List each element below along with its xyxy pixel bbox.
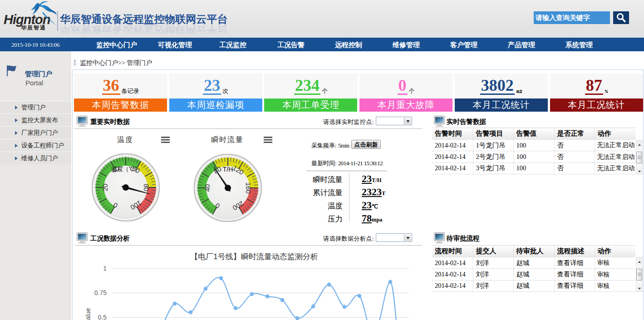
svg-text:T/H: T/H <box>223 166 233 173</box>
svg-text:40: 40 <box>203 184 211 192</box>
svg-text:160: 160 <box>245 182 252 193</box>
svg-text:温度（℃）: 温度（℃） <box>111 166 140 172</box>
svg-text:20: 20 <box>101 184 109 192</box>
svg-text:80: 80 <box>143 184 150 192</box>
